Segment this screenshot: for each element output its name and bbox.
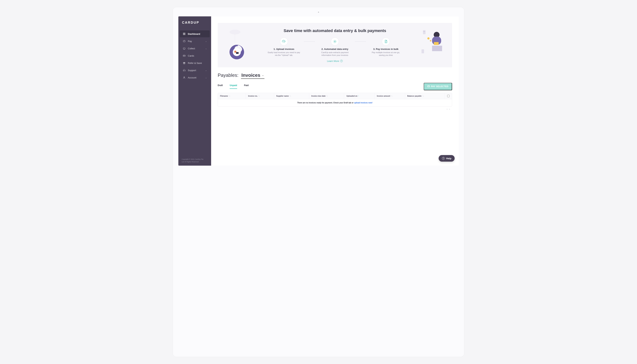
status-tabs: Draft Unpaid Paid	[218, 84, 248, 89]
empty-text-bold: Draft	[344, 102, 348, 104]
pager-prev[interactable]: ‹	[447, 108, 448, 110]
pagination: ‹ ›	[218, 106, 452, 110]
copyright-line1: Copyright © 2021 CardUp Pte	[182, 158, 208, 161]
th-invoice-no[interactable]: Invoice no. ↑↓	[246, 93, 274, 99]
sidebar-item-label: Support	[188, 69, 196, 72]
th-label: Balance payable	[407, 95, 422, 97]
pay-icon	[183, 40, 186, 42]
sidebar-item-label: Account	[188, 76, 196, 79]
help-button[interactable]: ? Help	[438, 155, 455, 162]
payables-type-select[interactable]: Invoices ⌄	[241, 72, 264, 79]
th-label: Invoice due date	[312, 95, 326, 97]
svg-point-23	[430, 40, 431, 42]
th-balance-payable[interactable]: Balance payable ↑↓	[405, 93, 445, 99]
th-filename[interactable]: Filename ↑↓	[218, 93, 246, 99]
gift-icon	[183, 62, 186, 64]
hero-illustration-right	[421, 28, 445, 56]
sidebar-nav: Dashboard Pay ⌄ Collect ⌄	[178, 30, 211, 158]
th-label: Invoice amount	[377, 95, 390, 97]
sidebar-item-label: Refer & Save	[188, 62, 202, 64]
learn-more-label: Learn More	[327, 60, 339, 62]
svg-rect-29	[428, 86, 430, 87]
payables-label: Payables:	[218, 72, 238, 78]
pay-selected-label: PAY SELECTED	[431, 85, 448, 88]
brand-logo: CARDUP	[178, 21, 211, 30]
svg-rect-0	[183, 33, 184, 34]
svg-rect-17	[236, 52, 238, 54]
sidebar-item-refer[interactable]: Refer & Save	[180, 60, 210, 66]
svg-rect-26	[434, 42, 438, 45]
sidebar-item-collect[interactable]: Collect ⌄	[180, 45, 210, 52]
upload-icon	[280, 38, 288, 46]
hero-step-title: 1. Upload invoices	[274, 48, 294, 50]
svg-text:$: $	[386, 41, 386, 42]
svg-rect-20	[423, 30, 426, 34]
hero-step-title: 2. Automated data entry	[322, 48, 348, 50]
sidebar-item-label: Cards	[188, 54, 194, 57]
cards-icon	[183, 54, 186, 57]
laptop-mockup: CARDUP Dashboard Pay ⌄	[173, 7, 464, 357]
th-select-all[interactable]	[445, 93, 452, 99]
sidebar-item-pay[interactable]: Pay ⌄	[180, 38, 210, 44]
question-circle-icon: ?	[442, 157, 445, 160]
pay-selected-button[interactable]: PAY SELECTED	[424, 83, 452, 90]
empty-text-prefix: There are no invoices ready for payment.…	[297, 102, 344, 104]
sidebar-item-account[interactable]: Account ⌄	[180, 74, 210, 81]
tab-draft[interactable]: Draft	[218, 84, 223, 89]
select-all-checkbox[interactable]	[447, 95, 450, 97]
hero-step-desc: Easily load invoices you need to pay via…	[268, 51, 300, 57]
automation-icon	[331, 38, 339, 46]
svg-rect-3	[184, 34, 185, 35]
hero-step-1: 1. Upload invoices Easily load invoices …	[264, 38, 304, 57]
sidebar-item-cards[interactable]: Cards	[180, 52, 210, 59]
invoices-table: Filename ↑↓ Invoice no. ↑↓ Supplier name…	[218, 93, 452, 106]
hero-step-title: 3. Pay invoices in bulk	[373, 48, 398, 50]
sidebar-item-support[interactable]: Support ⌄	[180, 67, 210, 74]
th-label: Supplier name	[276, 95, 289, 97]
hero-banner: Save time with automated data entry & bu…	[218, 23, 452, 67]
svg-rect-6	[183, 55, 185, 56]
payables-selected-value: Invoices	[241, 72, 260, 78]
chevron-down-icon: ⌄	[205, 40, 207, 42]
invoice-bulk-icon: $	[382, 38, 390, 46]
hero-step-3: $ 3. Pay invoices in bulk Pay multiple i…	[366, 38, 406, 57]
th-invoice-amount[interactable]: Invoice amount ↑↓	[375, 93, 405, 99]
upload-invoices-link[interactable]: upload invoices now!	[354, 102, 372, 104]
sort-icon: ↑↓	[228, 95, 230, 97]
tabs-row: Draft Unpaid Paid PAY SELECTED	[218, 83, 452, 90]
th-invoice-due-date[interactable]: Invoice due date ↑↓	[309, 93, 344, 99]
sort-icon: ↑↓	[326, 95, 328, 97]
learn-more-link[interactable]: Learn More ?	[327, 60, 343, 62]
sidebar-item-label: Dashboard	[188, 32, 200, 35]
sidebar-item-label: Pay	[188, 40, 192, 42]
step-connector	[304, 42, 315, 42]
chevron-down-icon: ⌄	[205, 76, 207, 78]
dashboard-icon	[183, 32, 186, 35]
svg-rect-27	[432, 46, 442, 51]
sidebar-footer: Copyright © 2021 CardUp Pte Ltd All Righ…	[178, 158, 211, 163]
th-supplier-name[interactable]: Supplier name ↑↓	[274, 93, 309, 99]
th-uploaded-on[interactable]: Uploaded on ↑	[344, 93, 374, 99]
empty-state-row: There are no invoices ready for payment.…	[218, 99, 452, 106]
tab-unpaid[interactable]: Unpaid	[230, 84, 237, 89]
sort-icon: ↑↓	[391, 95, 392, 97]
hero-steps: 1. Upload invoices Easily load invoices …	[248, 38, 421, 57]
svg-point-18	[334, 41, 336, 42]
empty-text-mid: tab or	[348, 102, 354, 104]
credit-card-icon	[427, 85, 430, 88]
th-label: Invoice no.	[248, 95, 258, 97]
collect-icon	[183, 47, 186, 50]
svg-rect-21	[423, 31, 425, 32]
sort-icon: ↑↓	[422, 95, 424, 97]
svg-point-22	[427, 37, 430, 40]
pager-next[interactable]: ›	[449, 108, 450, 110]
tab-paid[interactable]: Paid	[244, 84, 248, 89]
table-header-row: Filename ↑↓ Invoice no. ↑↓ Supplier name…	[218, 93, 452, 99]
payables-header: Payables: Invoices ⌄	[218, 72, 452, 79]
sort-icon: ↑↓	[290, 95, 291, 97]
sidebar-item-dashboard[interactable]: Dashboard	[180, 30, 210, 37]
account-icon	[183, 76, 186, 79]
svg-rect-1	[184, 33, 185, 34]
hero-step-desc: CardUp auto-extracts payment information…	[318, 51, 351, 57]
svg-point-13	[184, 76, 185, 78]
